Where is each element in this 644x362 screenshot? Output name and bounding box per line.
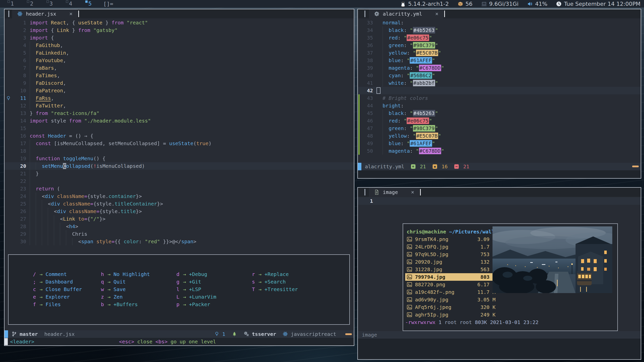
code-line-24[interactable]: 24 <div className={style.container}> bbox=[5, 192, 354, 200]
close-icon[interactable]: × bbox=[69, 11, 72, 17]
code-line-46[interactable]: 46 red: "#e06c75" bbox=[358, 117, 641, 125]
code-line-8[interactable]: 8 FaTimes, bbox=[5, 72, 354, 79]
gutter-padding bbox=[26, 223, 30, 230]
code-line-9[interactable]: 9 FaDiscord, bbox=[5, 79, 354, 87]
layout-indicator[interactable]: []= bbox=[103, 1, 113, 7]
code-line-25[interactable]: 25 <div className={style.titleContainer}… bbox=[5, 200, 354, 208]
indent-guide bbox=[54, 215, 54, 223]
permissions-segment: -rwxrwxrwx bbox=[405, 319, 435, 325]
whichkey-column: h→No Highlightq→Quitw→Savez→Zenb→+Buffer… bbox=[100, 270, 150, 308]
workspace-1[interactable]: 1 bbox=[8, 0, 14, 8]
tab-image[interactable]: image × bbox=[369, 188, 419, 197]
diff-removed-icon: − bbox=[454, 164, 459, 169]
lsp-server-label: tsserver bbox=[252, 331, 276, 337]
code-line-37[interactable]: 37 yellow: "#E5C07B" bbox=[358, 49, 641, 57]
line-number: 8 bbox=[12, 72, 26, 79]
gitsigns-added-bar bbox=[358, 102, 360, 109]
code-line-47[interactable]: 47 green: "#98C379" bbox=[358, 125, 641, 132]
code-line-20[interactable]: 20 setMenuCollapsed(!isMenuCollapsed) bbox=[5, 162, 354, 170]
code-line-19[interactable]: 19 function toggleMenu() { bbox=[5, 155, 354, 162]
code-line-40[interactable]: 40 cyan: "#56B6C2" bbox=[358, 72, 641, 79]
workspace-3[interactable]: 3 bbox=[47, 0, 53, 8]
file-name: 9rsmTK4.png bbox=[415, 236, 448, 242]
code-line-4[interactable]: 4 FaGithub, bbox=[5, 42, 354, 49]
code-line-17[interactable]: 17 const [isMenuCollapsed, setMenuCollap… bbox=[5, 140, 354, 147]
line-number: 46 bbox=[360, 117, 373, 125]
line-number: 36 bbox=[360, 42, 373, 49]
file-row-31228.jpg[interactable]: 31228.jpg563K bbox=[405, 266, 498, 273]
whichkey-binding--packer: p→+Packer bbox=[176, 301, 216, 308]
line-number: 14 bbox=[12, 117, 26, 125]
code-line-27[interactable]: 27 <Link to={"/"}> bbox=[5, 215, 354, 223]
code-line-35[interactable]: 35 red: "#e06c75" bbox=[358, 34, 641, 42]
code-line-23[interactable]: 23 return ( bbox=[5, 185, 354, 192]
code-line-11[interactable]: 11 FaRss, bbox=[5, 94, 354, 102]
code-line-29[interactable]: 29 Chris bbox=[5, 230, 354, 238]
file-row-a19c482f~.png[interactable]: a19c482f~.png11.7M bbox=[405, 288, 498, 296]
code-line-5[interactable]: 5 FaLinkedin, bbox=[5, 49, 354, 57]
diff-removed-count: 21 bbox=[463, 164, 469, 170]
code-line-1[interactable]: 1import React, { useState } from "react" bbox=[5, 19, 354, 26]
code-line-2[interactable]: 2import { Link } from "gatsby" bbox=[5, 26, 354, 34]
code-text: <div className={style.container}> bbox=[30, 192, 354, 200]
code-line-6[interactable]: 6 FaYoutube, bbox=[5, 57, 354, 64]
code-line-14[interactable]: 14import style from "./header.module.les… bbox=[5, 117, 354, 125]
file-row-ad6v90y.jpg[interactable]: ad6v90y.jpg3.05M bbox=[405, 296, 498, 303]
code-line-34[interactable]: 34 black: "#4b5263" bbox=[358, 26, 641, 34]
code-line-15[interactable]: 15 bbox=[5, 125, 354, 132]
indent-guide bbox=[383, 57, 383, 64]
filetype-label: javascriptreact bbox=[291, 331, 336, 337]
code-line-33[interactable]: 33 normal: bbox=[358, 19, 641, 26]
code-line-12[interactable]: 12 FaTwitter, bbox=[5, 102, 354, 109]
sign-column bbox=[5, 26, 12, 34]
code-area[interactable]: 33 normal:34 black: "#4b5263"35 red: "#e… bbox=[358, 18, 641, 163]
file-row-97q9L5D.jpg[interactable]: 97q9L5D.jpg753K bbox=[405, 251, 498, 258]
workspace-4[interactable]: 4 bbox=[66, 0, 72, 8]
file-name: aghr5Ip.jpg bbox=[415, 312, 448, 318]
gutter-padding bbox=[26, 117, 30, 125]
code-line-1[interactable]: 1 bbox=[358, 197, 641, 205]
code-line-48[interactable]: 48 yellow: "#E5C07B" bbox=[358, 132, 641, 140]
file-row-9rsmTK4.png[interactable]: 9rsmTK4.png3.09M bbox=[405, 235, 498, 243]
buffer-area[interactable]: 1 chris@machine ~/Pictures/wallpapers/79… bbox=[358, 197, 641, 331]
code-line-10[interactable]: 10 FaPatreon, bbox=[5, 87, 354, 94]
code-line-41[interactable]: 41 white: "#abb2bf" bbox=[358, 79, 641, 87]
file-row-AFq5r6j.jpeg[interactable]: AFq5r6j.jpeg320K bbox=[405, 303, 498, 311]
code-line-49[interactable]: 49 blue: "#61AFEF" bbox=[358, 140, 641, 147]
close-icon[interactable]: × bbox=[411, 189, 414, 195]
code-line-21[interactable]: 21 } bbox=[5, 170, 354, 177]
code-line-39[interactable]: 39 magenta: "#C678DD" bbox=[358, 64, 641, 72]
user-host-label: chris@machine bbox=[407, 229, 446, 235]
file-row-24LrDFQ.jpg[interactable]: 24LrDFQ.jpg1.7M bbox=[405, 243, 498, 251]
code-line-7[interactable]: 7 FaBars, bbox=[5, 64, 354, 72]
code-line-26[interactable]: 26 <div className={style.title}> bbox=[5, 208, 354, 215]
code-line-43[interactable]: 43 # Bright colors bbox=[358, 94, 641, 102]
close-icon[interactable]: × bbox=[435, 11, 439, 17]
file-row-799794.jpg[interactable]: 799794.jpg803K bbox=[405, 273, 498, 281]
code-line-50[interactable]: 50 magenta: "#C678DD" bbox=[358, 147, 641, 155]
code-line-38[interactable]: 38 blue: "#61AFEF" bbox=[358, 57, 641, 64]
cmdline[interactable]: <leader> <esc> close <bs> go up one leve… bbox=[5, 338, 354, 345]
file-row-20920.jpg[interactable]: 20920.jpg132K bbox=[405, 258, 498, 266]
code-line-45[interactable]: 45 black: "#4b5263" bbox=[358, 109, 641, 117]
code-line-36[interactable]: 36 green: "#98C379" bbox=[358, 42, 641, 49]
code-line-3[interactable]: 3import { bbox=[5, 34, 354, 42]
workspace-5[interactable]: 5 bbox=[85, 0, 92, 8]
workspace-2[interactable]: 2 bbox=[27, 0, 33, 8]
file-row-882720.png[interactable]: 882720.png6.17M bbox=[405, 281, 498, 288]
tab-header-jsx[interactable]: header.jsx × bbox=[12, 9, 78, 18]
react-icon bbox=[17, 11, 23, 17]
code-line-42[interactable]: 42 bbox=[358, 87, 641, 94]
code-line-16[interactable]: 16const Header = () ⇒ { bbox=[5, 132, 354, 140]
tab-alacritty-yml[interactable]: alacritty.yml × bbox=[369, 9, 443, 18]
file-row-aghr5Ip.jpg[interactable]: aghr5Ip.jpg249K bbox=[405, 311, 498, 318]
code-line-44[interactable]: 44 bright: bbox=[358, 102, 641, 109]
code-area[interactable]: 1 bbox=[358, 197, 641, 205]
code-line-18[interactable]: 18 bbox=[5, 147, 354, 155]
whichkey-label: +Treesitter bbox=[264, 286, 298, 293]
code-line-22[interactable]: 22 bbox=[5, 177, 354, 185]
code-line-13[interactable]: 13} from "react-icons/fa" bbox=[5, 109, 354, 117]
code-line-28[interactable]: 28 <h4> bbox=[5, 223, 354, 230]
tabline-marker bbox=[8, 11, 9, 17]
code-line-30[interactable]: 30 <span style={{ color: "red" }}>@</spa… bbox=[5, 238, 354, 245]
